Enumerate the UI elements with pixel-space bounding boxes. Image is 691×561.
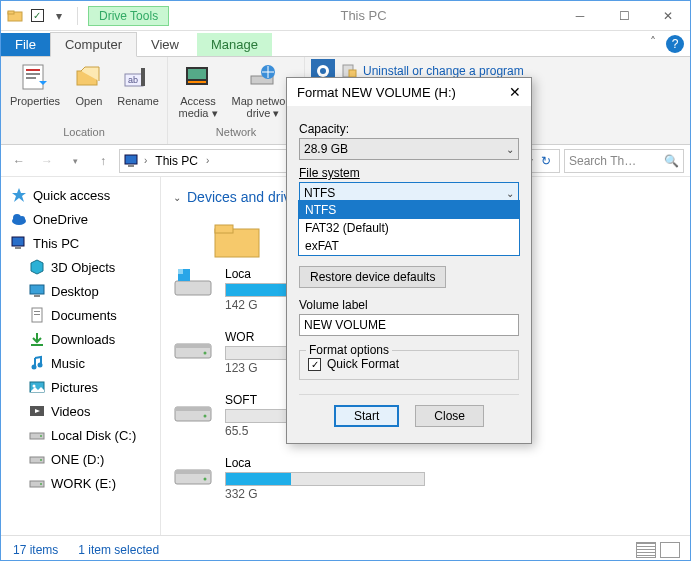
- svg-point-25: [19, 216, 25, 222]
- svg-rect-3: [26, 69, 40, 71]
- tab-view[interactable]: View: [137, 33, 193, 56]
- cube-icon: [29, 259, 45, 275]
- sidebar-item-documents[interactable]: Documents: [1, 303, 160, 327]
- svg-rect-26: [12, 237, 24, 246]
- filesystem-option[interactable]: NTFS: [299, 201, 519, 219]
- sidebar-item-label: Local Disk (C:): [51, 428, 136, 443]
- svg-rect-30: [34, 295, 40, 297]
- svg-rect-9: [141, 68, 145, 86]
- titlebar: ✓ ▾ Drive Tools This PC ─ ☐ ✕: [1, 1, 690, 31]
- properties-button[interactable]: Properties: [7, 61, 63, 124]
- open-button[interactable]: Open: [69, 61, 109, 124]
- help-icon[interactable]: ?: [666, 35, 684, 53]
- ribbon-group-network: Network: [216, 124, 256, 140]
- capacity-select[interactable]: 28.9 GB⌄: [299, 138, 519, 160]
- sidebar-item-work-e-[interactable]: WORK (E:): [1, 471, 160, 495]
- chevron-right-icon[interactable]: ›: [206, 155, 209, 166]
- ribbon-collapse-icon[interactable]: ˄: [650, 35, 656, 53]
- selection-count: 1 item selected: [78, 543, 159, 557]
- up-button[interactable]: ↑: [91, 149, 115, 173]
- svg-rect-1: [8, 11, 14, 14]
- vid-icon: [29, 403, 45, 419]
- sidebar-item-label: Quick access: [33, 188, 110, 203]
- sidebar-item-desktop[interactable]: Desktop: [1, 279, 160, 303]
- back-button[interactable]: ←: [7, 149, 31, 173]
- svg-rect-11: [188, 69, 206, 79]
- music-icon: [29, 355, 45, 371]
- svg-rect-51: [178, 269, 183, 274]
- pc-icon: [124, 153, 140, 169]
- drive-icon: [173, 456, 213, 488]
- sidebar-item-3d-objects[interactable]: 3D Objects: [1, 255, 160, 279]
- qat-dropdown-icon[interactable]: ▾: [51, 8, 67, 24]
- sidebar-item-label: WORK (E:): [51, 476, 116, 491]
- status-bar: 17 items 1 item selected: [1, 535, 690, 561]
- minimize-button[interactable]: ─: [558, 1, 602, 31]
- search-input[interactable]: Search Th… 🔍: [564, 149, 684, 173]
- svg-rect-56: [175, 407, 211, 411]
- dialog-close-icon[interactable]: ✕: [509, 84, 521, 100]
- close-button[interactable]: Close: [415, 405, 484, 427]
- sidebar-item-this-pc[interactable]: This PC: [1, 231, 160, 255]
- ribbon-tabs: File Computer View Manage ˄ ?: [1, 31, 690, 57]
- drive-item[interactable]: Loca332 G: [173, 456, 678, 501]
- context-tab-drive-tools: Drive Tools: [88, 6, 169, 26]
- search-placeholder: Search Th…: [569, 154, 636, 168]
- sidebar-item-onedrive[interactable]: OneDrive: [1, 207, 160, 231]
- svg-point-17: [320, 68, 326, 74]
- checkbox-icon[interactable]: ✓: [29, 8, 45, 24]
- close-button[interactable]: ✕: [646, 1, 690, 31]
- chevron-down-icon: ⌄: [506, 144, 514, 155]
- ribbon-group-location: Location: [63, 124, 105, 140]
- format-options-label: Format options: [306, 343, 392, 357]
- sidebar-item-pictures[interactable]: Pictures: [1, 375, 160, 399]
- recent-dropdown[interactable]: ▾: [63, 149, 87, 173]
- tab-computer[interactable]: Computer: [50, 32, 137, 57]
- breadcrumb[interactable]: This PC: [151, 154, 202, 168]
- refresh-icon[interactable]: ↻: [537, 154, 555, 168]
- usage-bar: [225, 472, 425, 486]
- svg-marker-22: [12, 188, 26, 202]
- svg-rect-20: [125, 155, 137, 164]
- filesystem-option[interactable]: FAT32 (Default): [299, 219, 519, 237]
- details-view-icon[interactable]: [636, 542, 656, 558]
- search-icon: 🔍: [664, 154, 679, 168]
- sidebar-item-downloads[interactable]: Downloads: [1, 327, 160, 351]
- svg-rect-33: [34, 314, 40, 315]
- filesystem-dropdown: NTFSFAT32 (Default)exFAT: [298, 200, 520, 256]
- star-icon: [11, 187, 27, 203]
- large-icons-view-icon[interactable]: [660, 542, 680, 558]
- svg-rect-12: [188, 81, 206, 83]
- rename-button[interactable]: ab Rename: [115, 61, 161, 124]
- start-button[interactable]: Start: [334, 405, 399, 427]
- access-media-button[interactable]: Access media ▾: [174, 61, 222, 124]
- volume-label-input[interactable]: NEW VOLUME: [299, 314, 519, 336]
- drive-icon: [173, 393, 213, 425]
- drive-icon: [173, 330, 213, 362]
- folder-icon[interactable]: [213, 219, 261, 259]
- sidebar-item-videos[interactable]: Videos: [1, 399, 160, 423]
- svg-rect-4: [26, 73, 40, 75]
- filesystem-option[interactable]: exFAT: [299, 237, 519, 255]
- doc-icon: [29, 307, 45, 323]
- sidebar-item-local-disk-c-[interactable]: Local Disk (C:): [1, 423, 160, 447]
- disk-icon: [29, 427, 45, 443]
- quick-format-checkbox[interactable]: ✓ Quick Format: [308, 357, 510, 371]
- restore-defaults-button[interactable]: Restore device defaults: [299, 266, 446, 288]
- sidebar-item-music[interactable]: Music: [1, 351, 160, 375]
- maximize-button[interactable]: ☐: [602, 1, 646, 31]
- svg-point-42: [40, 435, 42, 437]
- svg-rect-32: [34, 311, 40, 312]
- forward-button[interactable]: →: [35, 149, 59, 173]
- tab-file[interactable]: File: [1, 33, 50, 56]
- chevron-right-icon[interactable]: ›: [144, 155, 147, 166]
- sidebar-item-label: Documents: [51, 308, 117, 323]
- window-title: This PC: [169, 8, 558, 23]
- svg-rect-21: [128, 165, 134, 167]
- filesystem-label: File system: [299, 166, 519, 180]
- sidebar-item-label: OneDrive: [33, 212, 88, 227]
- tab-manage[interactable]: Manage: [197, 33, 272, 56]
- down-icon: [29, 331, 45, 347]
- sidebar-item-one-d-[interactable]: ONE (D:): [1, 447, 160, 471]
- sidebar-item-quick-access[interactable]: Quick access: [1, 183, 160, 207]
